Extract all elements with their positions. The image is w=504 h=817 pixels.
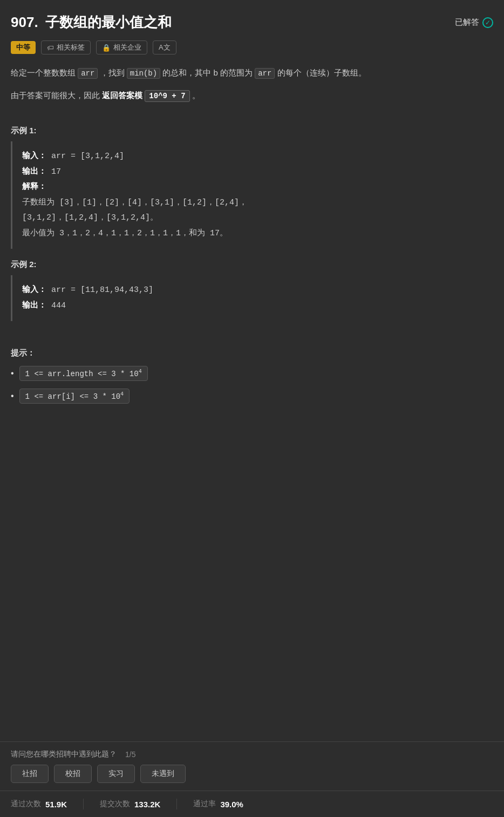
problem-title: 907. 子数组的最小值之和 xyxy=(11,13,172,32)
related-company-button[interactable]: 🔒 相关企业 xyxy=(96,40,147,55)
min-code: min(b) xyxy=(127,68,160,79)
stat-divider-1 xyxy=(83,799,84,809)
mod-code: 10^9 + 7 xyxy=(145,90,189,102)
bullet-1: • xyxy=(11,369,14,378)
example1-input: 输入： arr = [3,1,2,4] xyxy=(22,149,483,165)
arr-code: arr xyxy=(78,68,98,79)
footer-question: 请问您在哪类招聘中遇到此题？ 1/5 xyxy=(0,742,504,765)
tags-row: 中等 🏷 相关标签 🔒 相关企业 A文 xyxy=(11,40,493,55)
solved-icon: ✓ xyxy=(482,17,493,28)
description-line1: 给定一个整数数组 arr ，找到 min(b) 的总和，其中 b 的范围为 ar… xyxy=(11,65,493,80)
footer-count: 1/5 xyxy=(125,750,135,759)
problem-number: 907. xyxy=(11,14,38,30)
lock-icon: 🔒 xyxy=(102,44,111,52)
stat-pass-count: 通过次数 51.9K xyxy=(11,799,67,809)
hint-item-1: • 1 <= arr.length <= 3 * 104 xyxy=(11,366,493,381)
btn-shixi[interactable]: 实习 xyxy=(97,765,135,783)
description-line2: 由于答案可能很大，因此 返回答案模 10^9 + 7 。 xyxy=(11,88,493,103)
question-label: 请问您在哪类招聘中遇到此题？ xyxy=(11,750,117,759)
hints-section: 提示： • 1 <= arr.length <= 3 * 104 • 1 <= … xyxy=(11,348,493,403)
problem-title-text: 子数组的最小值之和 xyxy=(45,14,172,30)
example1-explain-line2: [3,1,2]，[1,2,4]，[3,1,2,4]。 xyxy=(22,210,483,226)
example1-explain-line1: 子数组为 [3]，[1]，[2]，[4]，[3,1]，[1,2]，[2,4]， xyxy=(22,195,483,211)
bullet-2: • xyxy=(11,391,14,401)
example1-title: 示例 1: xyxy=(11,126,493,136)
example2-block: 输入： arr = [11,81,94,43,3] 输出： 444 xyxy=(11,275,493,321)
stat-pass-rate: 通过率 39.0% xyxy=(193,799,243,809)
btn-shezao[interactable]: 社招 xyxy=(11,765,49,783)
hint-code-1: 1 <= arr.length <= 3 * 104 xyxy=(19,366,148,381)
example1-block: 输入： arr = [3,1,2,4] 输出： 17 解释： 子数组为 [3]，… xyxy=(11,141,493,249)
related-company-label: 相关企业 xyxy=(113,43,141,52)
hints-title: 提示： xyxy=(11,348,493,358)
related-tags-label: 相关标签 xyxy=(57,43,85,52)
related-tags-button[interactable]: 🏷 相关标签 xyxy=(41,40,91,55)
stats-row: 通过次数 51.9K 提交次数 133.2K 通过率 39.0% xyxy=(0,791,504,817)
arr-code2: arr xyxy=(255,68,275,79)
solved-label: 已解答 xyxy=(455,17,479,28)
footer-buttons: 社招 校招 实习 未遇到 xyxy=(0,765,504,791)
example1-output: 输出： 17 xyxy=(22,165,483,180)
bottom-section: 请问您在哪类招聘中遇到此题？ 1/5 社招 校招 实习 未遇到 通过次数 51.… xyxy=(0,741,504,817)
example1-explain-label: 解释： xyxy=(22,180,483,195)
hint-code-2: 1 <= arr[i] <= 3 * 104 xyxy=(19,389,130,404)
stat-submit-count: 提交次数 133.2K xyxy=(100,799,160,809)
example1-explain-line3: 最小值为 3，1，2，4，1，1，2，1，1，1，和为 17。 xyxy=(22,226,483,242)
example2-title: 示例 2: xyxy=(11,260,493,270)
example2-input: 输入： arr = [11,81,94,43,3] xyxy=(22,283,483,298)
hint-item-2: • 1 <= arr[i] <= 3 * 104 xyxy=(11,389,493,404)
font-button[interactable]: A文 xyxy=(153,40,176,55)
btn-not-encountered[interactable]: 未遇到 xyxy=(140,765,186,783)
solved-badge: 已解答 ✓ xyxy=(455,17,493,28)
example2-output: 输出： 444 xyxy=(22,298,483,314)
tag-icon: 🏷 xyxy=(47,44,54,52)
stat-divider-2 xyxy=(176,799,177,809)
btn-xiaozao[interactable]: 校招 xyxy=(54,765,92,783)
title-row: 907. 子数组的最小值之和 已解答 ✓ xyxy=(11,13,493,32)
difficulty-tag[interactable]: 中等 xyxy=(11,41,36,54)
